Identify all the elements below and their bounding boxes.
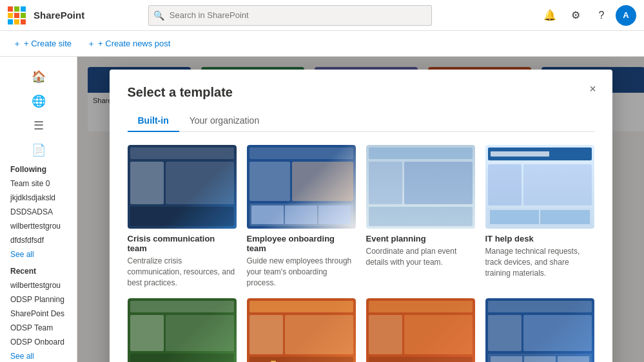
- app-name: SharePoint: [34, 10, 84, 21]
- template-card-training[interactable]: Training and courses Prepare training co…: [485, 298, 594, 362]
- notification-button[interactable]: 🔔: [538, 4, 561, 27]
- template-thumb-onboard: [247, 145, 356, 229]
- template-card-onboard[interactable]: Employee onboarding team Guide new emplo…: [247, 145, 356, 288]
- sidebar-item-dsds[interactable]: DSDSADSA: [0, 205, 77, 219]
- template-desc-onboard: Guide new employees through your team's …: [247, 256, 356, 288]
- sidebar: 🏠 🌐 ☰ 📄 Following Team site 0 jkjdklsdja…: [0, 57, 77, 362]
- sidebar-item-sp-design[interactable]: SharePoint Des: [0, 307, 77, 321]
- sidebar-item-odsp-plan[interactable]: ODSP Planning: [0, 292, 77, 307]
- modal-tabs: Built-in Your organization: [128, 110, 594, 132]
- select-template-modal: Select a template × Built-in Your organi…: [110, 70, 612, 362]
- modal-close-button[interactable]: ×: [584, 80, 602, 98]
- settings-button[interactable]: ⚙: [564, 4, 587, 27]
- modal-title: Select a template: [128, 85, 594, 100]
- globe-icon[interactable]: 🌐: [0, 86, 77, 111]
- list-icon[interactable]: ☰: [0, 111, 77, 135]
- template-name-event: Event planning: [366, 234, 475, 243]
- following-header: Following: [0, 160, 77, 176]
- sidebar-item-wilbert2[interactable]: wilberttestgrou: [0, 278, 77, 292]
- create-news-button[interactable]: ＋ + Create news post: [84, 38, 173, 50]
- template-name-ithelp: IT help desk: [485, 234, 594, 243]
- template-card-event[interactable]: Event planning Coordinate and plan event…: [366, 145, 475, 288]
- template-card-project[interactable]: Project management Collaborate with your…: [128, 298, 237, 362]
- sub-nav: ＋ + Create site ＋ + Create news post: [0, 31, 644, 57]
- app-logo[interactable]: SharePoint: [8, 6, 84, 24]
- modal-overlay: Select a template × Built-in Your organi…: [77, 57, 644, 362]
- template-thumb-project: [128, 298, 237, 362]
- top-nav: SharePoint 🔍 🔔 ⚙ ? A: [0, 0, 644, 31]
- template-desc-crisis: Centralize crisis communication, resourc…: [128, 256, 237, 288]
- search-container: 🔍: [148, 5, 432, 26]
- template-desc-event: Coordinate and plan event details with y…: [366, 246, 475, 268]
- template-thumb-training: [485, 298, 594, 362]
- tab-builtin[interactable]: Built-in: [128, 110, 179, 132]
- main-layout: 🏠 🌐 ☰ 📄 Following Team site 0 jkjdklsdja…: [0, 57, 644, 362]
- tab-your-org[interactable]: Your organization: [179, 110, 269, 132]
- template-thumb-crisis: [128, 145, 237, 229]
- template-card-store[interactable]: Store collaboration Coordinate and prepa…: [366, 298, 475, 362]
- template-desc-ithelp: Manage technical requests, track devices…: [485, 246, 594, 278]
- template-name-crisis: Crisis communication team: [128, 234, 237, 253]
- home-icon[interactable]: 🏠: [0, 62, 77, 86]
- help-button[interactable]: ?: [590, 4, 613, 27]
- sidebar-item-dfds[interactable]: dfdsfdfsdf: [0, 233, 77, 247]
- plus-icon: ＋: [13, 38, 21, 50]
- search-icon: 🔍: [153, 10, 164, 21]
- template-grid: Crisis communication team Centralize cri…: [128, 145, 594, 362]
- template-thumb-retail: [247, 298, 356, 362]
- sidebar-item-wilbert[interactable]: wilberttestgrou: [0, 219, 77, 233]
- plus-icon-news: ＋: [87, 38, 95, 50]
- sidebar-item-odsp-onboard[interactable]: ODSP Onboard: [0, 335, 77, 349]
- template-thumb-store: [366, 298, 475, 362]
- template-card-retail[interactable]: Retail management team Unite retail stor…: [247, 298, 356, 362]
- see-all-following[interactable]: See all: [0, 247, 77, 262]
- content-area: SharePoint Design Team Team site 0 The R…: [77, 57, 644, 362]
- template-card-crisis[interactable]: Crisis communication team Centralize cri…: [128, 145, 237, 288]
- sidebar-item-team0[interactable]: Team site 0: [0, 176, 77, 191]
- avatar[interactable]: A: [616, 5, 636, 26]
- template-card-ithelp[interactable]: IT help desk Manage technical requests, …: [485, 145, 594, 288]
- template-thumb-ithelp: [485, 145, 594, 229]
- search-input[interactable]: [148, 5, 432, 26]
- sidebar-item-odsp-team[interactable]: ODSP Team: [0, 321, 77, 335]
- sidebar-item-jkjd[interactable]: jkjdklsdjaksld: [0, 191, 77, 205]
- template-name-onboard: Employee onboarding team: [247, 234, 356, 253]
- recent-header: Recent: [0, 262, 77, 278]
- nav-icons: 🔔 ⚙ ? A: [538, 4, 636, 27]
- microsoft-grid-icon: [8, 6, 26, 24]
- template-thumb-event: [366, 145, 475, 229]
- see-all-recent[interactable]: See all: [0, 349, 77, 362]
- doc-icon[interactable]: 📄: [0, 135, 77, 160]
- create-site-button[interactable]: ＋ + Create site: [10, 38, 74, 50]
